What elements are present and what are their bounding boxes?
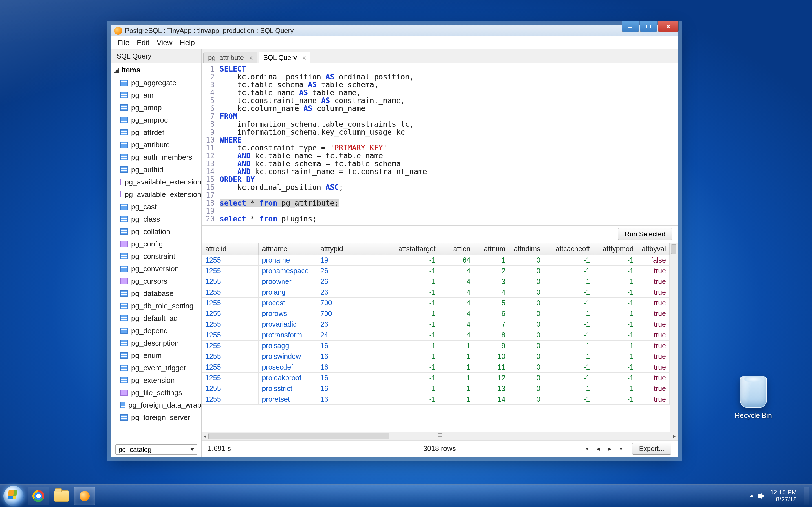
start-button[interactable]: [3, 486, 24, 506]
column-attcacheoff[interactable]: attcacheoff: [544, 243, 594, 255]
sidebar-item-pg_cast[interactable]: pg_cast: [111, 201, 201, 213]
vertical-scrollbar[interactable]: [670, 243, 677, 432]
table-icon: [120, 154, 128, 160]
code-area[interactable]: SELECT kc.ordinal_position AS ordinal_po…: [217, 64, 677, 225]
window-title: PostgreSQL : TinyApp : tinyapp_productio…: [125, 27, 294, 35]
sidebar-item-pg_event_trigger[interactable]: pg_event_trigger: [111, 362, 201, 374]
sidebar-item-pg_foreign_data_wrap[interactable]: pg_foreign_data_wrap: [111, 399, 201, 411]
taskbar-postgres-app-icon[interactable]: [74, 487, 95, 505]
status-bar: 1.691 s 3018 rows •◂▸• Export...: [202, 440, 677, 457]
speaker-icon[interactable]: [758, 492, 766, 500]
pager-dots[interactable]: •◂▸•: [584, 445, 624, 453]
sidebar-item-pg_authid[interactable]: pg_authid: [111, 163, 201, 176]
table-row[interactable]: 1255proowner26-1430-1-1true: [202, 276, 670, 287]
view-icon: [120, 191, 121, 198]
column-attndims[interactable]: attndims: [509, 243, 544, 255]
column-attname[interactable]: attname: [259, 243, 317, 255]
tab-pg-attribute[interactable]: pg_attribute x: [203, 52, 257, 63]
tab-sql-query[interactable]: SQL Query x: [259, 52, 310, 63]
tray-overflow-icon[interactable]: [749, 495, 754, 497]
sidebar-header: SQL Query: [111, 49, 201, 63]
sidebar-item-pg_db_role_setting[interactable]: pg_db_role_setting: [111, 300, 201, 312]
table-row[interactable]: 1255proretset16-11140-1-1true: [202, 394, 670, 405]
sidebar-group[interactable]: ◢ Items: [111, 63, 201, 76]
column-attrelid[interactable]: attrelid: [202, 243, 259, 255]
table-row[interactable]: 1255prosecdef16-11110-1-1true: [202, 362, 670, 373]
system-tray: 12:15 PM 8/27/18: [749, 487, 809, 505]
sidebar-item-pg_default_acl[interactable]: pg_default_acl: [111, 312, 201, 325]
table-row[interactable]: 1255prorows700-1460-1-1true: [202, 308, 670, 319]
taskbar-explorer-icon[interactable]: [51, 487, 72, 505]
table-icon: [120, 303, 128, 309]
tray-clock[interactable]: 12:15 PM 8/27/18: [770, 489, 797, 503]
close-button[interactable]: [658, 21, 679, 32]
sidebar-item-pg_attrdef[interactable]: pg_attrdef: [111, 126, 201, 138]
show-desktop-button[interactable]: [804, 487, 809, 505]
sidebar-item-pg_foreign_server[interactable]: pg_foreign_server: [111, 411, 201, 424]
table-row[interactable]: 1255prolang26-1440-1-1true: [202, 287, 670, 298]
sidebar-item-pg_available_extension[interactable]: pg_available_extension: [111, 188, 201, 201]
menu-view[interactable]: View: [157, 38, 172, 47]
tab-close-icon[interactable]: x: [250, 54, 253, 61]
export-button[interactable]: Export...: [632, 443, 671, 455]
tree: pg_aggregatepg_ampg_amoppg_amprocpg_attr…: [111, 76, 201, 442]
taskbar-chrome-icon[interactable]: [28, 487, 49, 505]
sidebar-item-pg_attribute[interactable]: pg_attribute: [111, 138, 201, 151]
column-attlen[interactable]: attlen: [439, 243, 474, 255]
horizontal-scrollbar[interactable]: ◂ ▸: [202, 432, 677, 440]
table-row[interactable]: 1255proname19-16410-1-1false: [202, 255, 670, 266]
menu-help[interactable]: Help: [180, 38, 195, 47]
sidebar-item-pg_constraint[interactable]: pg_constraint: [111, 250, 201, 263]
menubar: File Edit View Help: [111, 36, 677, 49]
minimize-button[interactable]: [622, 21, 639, 32]
sidebar-item-pg_cursors[interactable]: pg_cursors: [111, 275, 201, 287]
column-attstattarget[interactable]: attstattarget: [378, 243, 439, 255]
view-icon: [120, 179, 121, 185]
table-row[interactable]: 1255proleakproof16-11120-1-1true: [202, 373, 670, 383]
sidebar-item-pg_amproc[interactable]: pg_amproc: [111, 114, 201, 126]
run-selected-button[interactable]: Run Selected: [618, 228, 672, 240]
status-time: 1.691 s: [208, 445, 231, 453]
sidebar-item-pg_extension[interactable]: pg_extension: [111, 374, 201, 386]
tab-close-icon[interactable]: x: [303, 54, 306, 61]
column-attnum[interactable]: attnum: [474, 243, 509, 255]
sql-editor[interactable]: 1234567891011121314151617181920 SELECT k…: [202, 63, 677, 226]
table-icon: [120, 166, 128, 173]
menu-file[interactable]: File: [117, 38, 130, 47]
sidebar-item-pg_file_settings[interactable]: pg_file_settings: [111, 386, 201, 399]
titlebar[interactable]: PostgreSQL : TinyApp : tinyapp_productio…: [111, 25, 677, 36]
sidebar-item-pg_aggregate[interactable]: pg_aggregate: [111, 76, 201, 89]
menu-edit[interactable]: Edit: [137, 38, 149, 47]
column-atttypid[interactable]: atttypid: [317, 243, 378, 255]
table-row[interactable]: 1255procost700-1450-1-1true: [202, 298, 670, 308]
app-window: PostgreSQL : TinyApp : tinyapp_productio…: [111, 25, 678, 457]
sidebar-item-pg_depend[interactable]: pg_depend: [111, 325, 201, 337]
sidebar-item-pg_collation[interactable]: pg_collation: [111, 225, 201, 238]
column-atttypmod[interactable]: atttypmod: [594, 243, 637, 255]
table-row[interactable]: 1255protransform24-1480-1-1true: [202, 330, 670, 341]
sidebar-item-pg_enum[interactable]: pg_enum: [111, 349, 201, 362]
sidebar-item-pg_conversion[interactable]: pg_conversion: [111, 263, 201, 275]
recycle-bin[interactable]: Recycle Bin: [731, 376, 776, 420]
sidebar-item-pg_auth_members[interactable]: pg_auth_members: [111, 151, 201, 163]
sidebar-item-pg_amop[interactable]: pg_amop: [111, 101, 201, 114]
table-icon: [120, 315, 128, 321]
maximize-button[interactable]: [640, 21, 657, 32]
sidebar-item-pg_am[interactable]: pg_am: [111, 89, 201, 101]
table-icon: [120, 92, 128, 98]
sidebar-item-pg_database[interactable]: pg_database: [111, 287, 201, 300]
table-icon: [120, 414, 128, 420]
table-row[interactable]: 1255proiswindow16-11100-1-1true: [202, 351, 670, 362]
table-row[interactable]: 1255proisstrict16-11130-1-1true: [202, 383, 670, 394]
table-row[interactable]: 1255proisagg16-1190-1-1true: [202, 341, 670, 351]
schema-combo[interactable]: pg_catalog: [115, 445, 197, 455]
column-attbyval[interactable]: attbyval: [637, 243, 670, 255]
sidebar-item-pg_available_extension[interactable]: pg_available_extension: [111, 176, 201, 188]
sidebar-item-pg_description[interactable]: pg_description: [111, 337, 201, 349]
table-row[interactable]: 1255provariadic26-1470-1-1true: [202, 319, 670, 330]
results-grid[interactable]: attrelidattnameatttypidattstattargetattl…: [202, 243, 677, 432]
caret-down-icon: ◢: [114, 66, 119, 74]
sidebar-item-pg_config[interactable]: pg_config: [111, 238, 201, 250]
table-row[interactable]: 1255pronamespace26-1420-1-1true: [202, 266, 670, 276]
sidebar-item-pg_class[interactable]: pg_class: [111, 213, 201, 225]
